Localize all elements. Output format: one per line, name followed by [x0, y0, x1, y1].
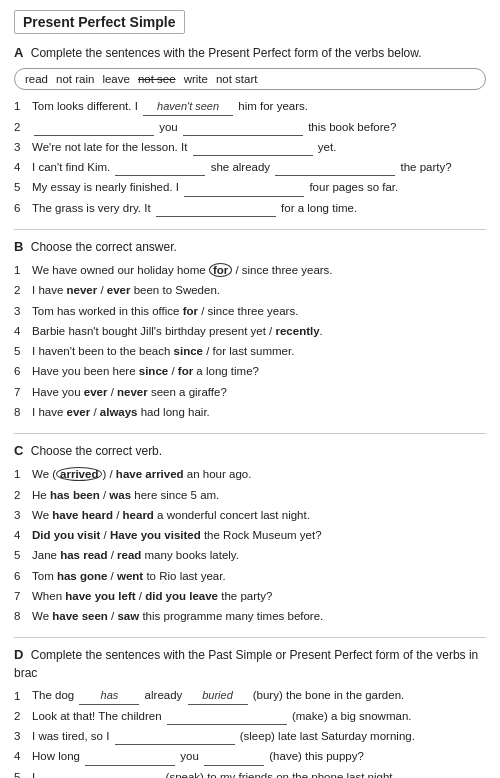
section-b-header: B Choose the correct answer. [14, 238, 486, 256]
list-item: 6 Have you been here since / for a long … [14, 363, 486, 380]
list-item: 5 I haven't been to the beach since / fo… [14, 343, 486, 360]
verb-box: read not rain leave not see write not st… [14, 68, 486, 90]
blank-a4b [275, 175, 395, 176]
list-item: 4 How long you (have) this puppy? [14, 748, 486, 765]
section-b-instruction: Choose the correct answer. [31, 240, 177, 254]
circled-for: for [209, 263, 232, 277]
section-d-header: D Complete the sentences with the Past S… [14, 646, 486, 681]
list-item: 7 When have you left / did you leave the… [14, 588, 486, 605]
blank-d2 [167, 724, 287, 725]
verb-leave: leave [102, 73, 130, 85]
section-c-instruction: Choose the correct verb. [31, 444, 162, 458]
list-item: 2 I have never / ever been to Sweden. [14, 282, 486, 299]
list-item: 8 We have seen / saw this programme many… [14, 608, 486, 625]
section-d: D Complete the sentences with the Past S… [14, 646, 486, 778]
list-item: 4 Barbie hasn't bought Jill's birthday p… [14, 323, 486, 340]
divider-bc [14, 433, 486, 434]
blank-d3 [115, 744, 235, 745]
divider-cd [14, 637, 486, 638]
list-item: 1 We have owned our holiday home for / s… [14, 262, 486, 279]
blank-a4a [115, 175, 205, 176]
blank-a2b [183, 135, 303, 136]
divider-ab [14, 229, 486, 230]
section-c-header: C Choose the correct verb. [14, 442, 486, 460]
list-item: 5 I (speak) to my friends on the phone l… [14, 769, 486, 778]
list-item: 2 Look at that! The children (make) a bi… [14, 708, 486, 725]
verb-read: read [25, 73, 48, 85]
list-item: 8 I have ever / always had long hair. [14, 404, 486, 421]
verb-write: write [184, 73, 208, 85]
page-title: Present Perfect Simple [14, 10, 185, 34]
list-item: 6 Tom has gone / went to Rio last year. [14, 568, 486, 585]
section-c-label: C [14, 443, 23, 458]
verb-not-start: not start [216, 73, 258, 85]
list-item: 1 Tom looks different. I haven't seen hi… [14, 98, 486, 116]
list-item: 7 Have you ever / never seen a giraffe? [14, 384, 486, 401]
section-a-sentences: 1 Tom looks different. I haven't seen hi… [14, 98, 486, 217]
section-d-instruction: Complete the sentences with the Past Sim… [14, 648, 478, 679]
list-item: 4 Did you visit / Have you visited the R… [14, 527, 486, 544]
section-d-sentences: 1 The dog has already buried (bury) the … [14, 687, 486, 778]
blank-d4b [204, 765, 264, 766]
section-b-label: B [14, 239, 23, 254]
list-item: 1 We (arrived) / have arrived an hour ag… [14, 466, 486, 483]
list-item: 4 I can't find Kim. she already the part… [14, 159, 486, 176]
list-item: 5 Jane has read / read many books lately… [14, 547, 486, 564]
blank-a1: haven't seen [143, 98, 233, 116]
blank-a5 [184, 196, 304, 197]
section-a-header: A Complete the sentences with the Presen… [14, 44, 486, 62]
blank-d4a [85, 765, 175, 766]
list-item: 3 We have heard / heard a wonderful conc… [14, 507, 486, 524]
section-a-label: A [14, 45, 23, 60]
list-item: 3 I was tired, so I (sleep) late last Sa… [14, 728, 486, 745]
section-b-sentences: 1 We have owned our holiday home for / s… [14, 262, 486, 421]
section-a-instruction: Complete the sentences with the Present … [31, 46, 422, 60]
blank-a2a [34, 135, 154, 136]
blank-a6 [156, 216, 276, 217]
section-d-label: D [14, 647, 23, 662]
circled-arrived: arrived [56, 467, 102, 481]
list-item: 5 My essay is nearly finished. I four pa… [14, 179, 486, 196]
list-item: 2 He has been / was here since 5 am. [14, 487, 486, 504]
list-item: 1 The dog has already buried (bury) the … [14, 687, 486, 705]
section-a: A Complete the sentences with the Presen… [14, 44, 486, 217]
blank-a3 [193, 155, 313, 156]
blank-d1b: buried [188, 687, 248, 705]
blank-d1a: has [79, 687, 139, 705]
list-item: 2 you this book before? [14, 119, 486, 136]
list-item: 6 The grass is very dry. It for a long t… [14, 200, 486, 217]
section-c: C Choose the correct verb. 1 We (arrived… [14, 442, 486, 625]
section-b: B Choose the correct answer. 1 We have o… [14, 238, 486, 421]
list-item: 3 We're not late for the lesson. It yet. [14, 139, 486, 156]
section-c-sentences: 1 We (arrived) / have arrived an hour ag… [14, 466, 486, 625]
verb-not-rain: not rain [56, 73, 94, 85]
verb-not-see: not see [138, 73, 176, 85]
list-item: 3 Tom has worked in this office for / si… [14, 303, 486, 320]
